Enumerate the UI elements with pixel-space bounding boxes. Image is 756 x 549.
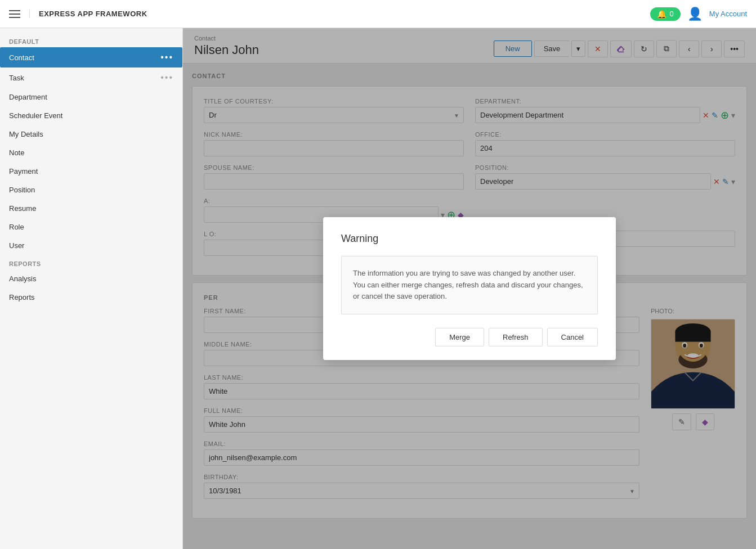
sidebar-item-department[interactable]: Department xyxy=(0,88,182,106)
sidebar-item-task[interactable]: Task ••• xyxy=(0,68,182,88)
hamburger-menu[interactable] xyxy=(9,10,20,18)
merge-button[interactable]: Merge xyxy=(435,328,484,346)
notification-button[interactable]: 🔔 0 xyxy=(650,7,681,21)
sidebar-item-position-label: Position xyxy=(9,186,35,194)
app-title: EXPRESS APP FRAMEWORK xyxy=(29,10,147,18)
sidebar-item-payment[interactable]: Payment xyxy=(0,162,182,181)
sidebar-item-contact-dots[interactable]: ••• xyxy=(160,52,173,62)
sidebar-item-reports-label: Reports xyxy=(9,293,35,302)
sidebar-item-task-label: Task xyxy=(9,74,24,82)
top-nav: EXPRESS APP FRAMEWORK 🔔 0 👤 My Account xyxy=(0,0,756,28)
refresh-modal-button[interactable]: Refresh xyxy=(489,328,543,346)
sidebar-item-task-dots[interactable]: ••• xyxy=(160,73,173,83)
modal-message: The information you are trying to save w… xyxy=(341,256,598,314)
sidebar-item-scheduler-event[interactable]: Scheduler Event xyxy=(0,106,182,125)
sidebar-item-user[interactable]: User xyxy=(0,236,182,255)
modal-title: Warning xyxy=(341,233,598,245)
sidebar-item-role-label: Role xyxy=(9,223,24,231)
my-account-link[interactable]: My Account xyxy=(709,10,747,18)
sidebar-default-label: DEFAULT xyxy=(0,33,182,47)
modal-buttons: Merge Refresh Cancel xyxy=(341,328,598,346)
nav-right: 🔔 0 👤 My Account xyxy=(650,7,747,21)
warning-modal: Warning The information you are trying t… xyxy=(323,217,616,360)
sidebar-item-analysis[interactable]: Analysis xyxy=(0,269,182,288)
sidebar-item-resume[interactable]: Resume xyxy=(0,199,182,218)
sidebar-item-role[interactable]: Role xyxy=(0,218,182,236)
user-avatar-icon[interactable]: 👤 xyxy=(687,7,703,21)
sidebar-item-mydetails-label: My Details xyxy=(9,130,43,138)
cancel-button[interactable]: Cancel xyxy=(547,328,598,346)
sidebar-item-analysis-label: Analysis xyxy=(9,274,36,283)
sidebar-item-resume-label: Resume xyxy=(9,204,36,213)
sidebar-item-note[interactable]: Note xyxy=(0,143,182,162)
sidebar-item-reports[interactable]: Reports xyxy=(0,288,182,307)
sidebar-item-user-label: User xyxy=(9,241,24,250)
notification-count: 0 xyxy=(670,10,674,18)
sidebar-reports-label: REPORTS xyxy=(0,255,182,269)
sidebar-item-payment-label: Payment xyxy=(9,167,38,176)
modal-overlay: Warning The information you are trying t… xyxy=(183,28,756,549)
sidebar-item-position[interactable]: Position xyxy=(0,181,182,199)
sidebar-item-contact-label: Contact xyxy=(9,53,34,62)
bell-icon: 🔔 xyxy=(657,10,666,19)
sidebar-item-scheduler-label: Scheduler Event xyxy=(9,111,62,120)
sidebar-item-contact[interactable]: Contact ••• xyxy=(0,47,182,68)
sidebar: DEFAULT Contact ••• Task ••• Department … xyxy=(0,28,183,549)
sidebar-item-my-details[interactable]: My Details xyxy=(0,125,182,143)
sidebar-item-note-label: Note xyxy=(9,148,24,157)
sidebar-item-department-label: Department xyxy=(9,93,47,101)
main-layout: DEFAULT Contact ••• Task ••• Department … xyxy=(0,28,756,549)
content-area: Contact Nilsen John New Save ▾ ✕ ↻ ⧉ ‹ › xyxy=(183,28,756,549)
